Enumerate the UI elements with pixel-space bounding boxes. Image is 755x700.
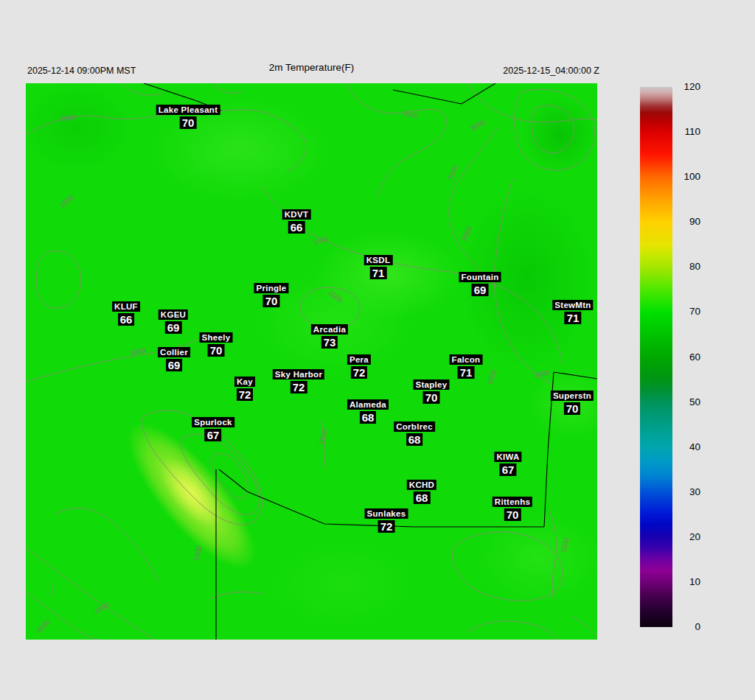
- station-label: Sheely70: [200, 330, 233, 357]
- station-value: 67: [500, 463, 517, 476]
- station-label: Kay72: [234, 374, 255, 402]
- station-name: StewMtn: [552, 300, 593, 310]
- station-value: 72: [237, 388, 254, 401]
- station-label: Rittenhs70: [493, 494, 532, 522]
- station-value: 66: [118, 313, 135, 326]
- station-value: 67: [205, 429, 222, 441]
- station-value: 70: [180, 116, 197, 129]
- colorbar-tick-label: 10: [664, 576, 700, 588]
- station-name: KLUF: [112, 301, 140, 312]
- colorbar-tick-label: 120: [664, 81, 700, 93]
- station-value: 70: [423, 391, 440, 404]
- station-name: Stapley: [413, 379, 449, 390]
- station-label: StewMtn71: [552, 298, 593, 325]
- station-value: 72: [378, 520, 395, 533]
- station-value: 73: [321, 336, 338, 349]
- station-name: Pringle: [254, 283, 288, 293]
- station-value: 70: [564, 402, 581, 415]
- station-name: Fountain: [459, 272, 501, 282]
- station-label: KSDL71: [364, 253, 393, 280]
- colorbar-tick-label: 30: [664, 486, 700, 498]
- station-label: Spurlock67: [192, 415, 234, 442]
- station-name: Alameda: [347, 399, 389, 410]
- colorbar-tick-label: 70: [664, 306, 700, 318]
- colorbar-tick-label: 40: [664, 441, 700, 453]
- station-name: Spurlock: [192, 417, 234, 427]
- station-label: KLUF66: [112, 299, 140, 326]
- station-name: KDVT: [282, 209, 311, 220]
- station-value: 71: [370, 267, 387, 279]
- colorbar-tick-label: 100: [664, 171, 700, 183]
- station-name: Pera: [347, 354, 371, 365]
- station-value: 68: [406, 433, 423, 446]
- station-label: Collier69: [158, 345, 190, 372]
- station-value: 71: [565, 312, 582, 324]
- station-name: Sunlakes: [365, 508, 408, 519]
- station-value: 69: [472, 284, 489, 296]
- station-name: Kay: [234, 377, 255, 387]
- station-label: KDVT66: [282, 207, 311, 234]
- colorbar-tick-label: 60: [664, 351, 700, 363]
- station-label: Stapley70: [413, 377, 449, 405]
- station-name: Superstn: [551, 391, 594, 401]
- station-label: Alameda68: [347, 397, 389, 424]
- station-name: Sheely: [200, 332, 233, 343]
- station-label: KCHD68: [407, 477, 436, 505]
- station-name: KCHD: [407, 480, 436, 490]
- station-value: 66: [288, 221, 305, 234]
- station-value: 69: [166, 359, 183, 371]
- station-label: Falcon71: [450, 352, 483, 379]
- station-name: Rittenhs: [493, 497, 532, 507]
- station-label: Lake Pleasant70: [156, 102, 220, 130]
- station-label: Corblrec68: [394, 419, 435, 447]
- colorbar-tick-label: 50: [664, 396, 700, 408]
- colorbar-tick-label: 0: [664, 621, 700, 633]
- colorbar-tick-label: 80: [664, 261, 700, 273]
- station-value: 70: [504, 508, 521, 521]
- colorbar: 1201101009080706050403020100: [640, 87, 728, 627]
- station-name: KGEU: [159, 309, 188, 320]
- station-label: Arcadia73: [311, 322, 348, 349]
- colorbar-tick-label: 20: [664, 531, 700, 543]
- station-name: Falcon: [450, 354, 483, 365]
- station-label: Superstn70: [551, 388, 594, 416]
- temperature-map: 2000150035003000250020001500150010002000…: [26, 83, 597, 640]
- station-value: 68: [360, 411, 377, 424]
- station-value: 72: [290, 381, 307, 393]
- station-value: 70: [263, 295, 280, 307]
- station-label: Sky Harbor72: [273, 367, 324, 394]
- station-name: KSDL: [364, 255, 393, 265]
- colorbar-tick-label: 110: [664, 126, 700, 138]
- station-label: Pera72: [347, 352, 371, 379]
- station-label: Sunlakes72: [365, 506, 408, 533]
- station-value: 69: [165, 321, 182, 334]
- station-name: Corblrec: [394, 421, 435, 432]
- station-name: Arcadia: [311, 324, 348, 335]
- station-name: Lake Pleasant: [156, 105, 220, 115]
- station-name: KIWA: [494, 452, 521, 462]
- station-value: 71: [458, 366, 475, 379]
- stations-layer: Lake Pleasant70KDVT66KSDL71Fountain69Ste…: [26, 83, 597, 640]
- station-label: Fountain69: [459, 270, 501, 297]
- station-value: 72: [351, 366, 368, 379]
- timestamp-right: 2025-12-15_04:00:00 Z: [26, 66, 599, 76]
- station-label: KGEU69: [159, 307, 188, 335]
- station-label: Pringle70: [254, 281, 288, 308]
- colorbar-tick-label: 90: [664, 216, 700, 228]
- station-name: Collier: [158, 347, 190, 357]
- station-name: Sky Harbor: [273, 369, 324, 379]
- station-value: 68: [414, 491, 431, 504]
- station-label: KIWA67: [494, 449, 521, 477]
- station-value: 70: [208, 344, 225, 357]
